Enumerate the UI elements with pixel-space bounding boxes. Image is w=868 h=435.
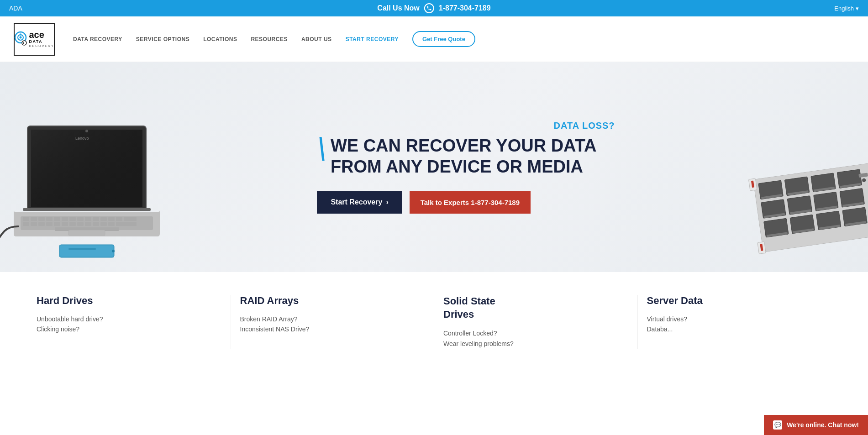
svg-rect-31	[69, 222, 76, 226]
hero-title: WE CAN RECOVER YOUR DATA FROM ANY DEVICE…	[331, 136, 597, 177]
nav-start-recovery[interactable]: START RECOVERY	[346, 36, 399, 42]
get-free-quote-button[interactable]: Get Free Quote	[412, 31, 475, 47]
call-label: Call Us Now	[377, 4, 419, 12]
ada-label: ADA	[9, 5, 22, 12]
svg-rect-15	[54, 217, 60, 221]
decorative-slash: \	[317, 133, 326, 165]
hard-drives-title: Hard Drives	[37, 295, 221, 307]
logo-text-area: ace DATA RECOVERY	[29, 30, 54, 48]
laptop-image: Lenovo	[0, 99, 174, 272]
phone-icon	[424, 3, 434, 13]
nav-service-options[interactable]: SERVICE OPTIONS	[136, 36, 189, 42]
logo-icon-area	[14, 31, 27, 47]
talk-to-experts-button[interactable]: Talk to Experts 1-877-304-7189	[410, 191, 531, 214]
solid-state-title: Solid State Drives	[443, 295, 512, 321]
svg-rect-35	[100, 222, 107, 226]
svg-rect-29	[54, 222, 60, 226]
svg-point-3	[22, 41, 26, 45]
svg-rect-28	[46, 222, 53, 226]
svg-rect-21	[100, 217, 107, 221]
svg-rect-43	[68, 248, 96, 250]
server-data-desc: Virtual drives? Databa...	[647, 314, 832, 335]
svg-rect-16	[62, 217, 68, 221]
language-selector[interactable]: English ▾	[834, 5, 859, 12]
arrow-icon: ›	[386, 198, 388, 206]
phone-number: 1-877-304-7189	[439, 4, 491, 12]
svg-rect-37	[116, 222, 137, 226]
svg-rect-17	[69, 217, 76, 221]
nav-data-recovery[interactable]: DATA RECOVERY	[73, 36, 122, 42]
svg-rect-27	[38, 222, 45, 226]
logo-ace-text: ace	[29, 30, 44, 39]
svg-rect-18	[77, 217, 84, 221]
logo-box: ace DATA RECOVERY	[14, 23, 55, 56]
services-section: Hard Drives Unbootable hard drive? Click…	[0, 272, 868, 362]
solid-state-desc: Controller Locked? Wear leveling problem…	[443, 328, 628, 349]
main-nav: DATA RECOVERY SERVICE OPTIONS LOCATIONS …	[73, 31, 854, 47]
hero-title-wrapper: \ WE CAN RECOVER YOUR DATA FROM ANY DEVI…	[317, 136, 596, 177]
hero-content: DATA LOSS? \ WE CAN RECOVER YOUR DATA FR…	[299, 102, 615, 232]
nav-resources[interactable]: RESOURCES	[251, 36, 288, 42]
raid-arrays-desc: Broken RAID Array? Inconsistent NAS Driv…	[240, 314, 425, 335]
svg-rect-22	[108, 217, 115, 221]
svg-rect-9	[23, 208, 151, 211]
svg-rect-11	[23, 217, 29, 221]
hero-section: Lenovo	[0, 62, 868, 272]
svg-rect-13	[38, 217, 45, 221]
svg-rect-8	[31, 130, 142, 207]
svg-rect-14	[46, 217, 53, 221]
svg-rect-26	[31, 222, 37, 226]
svg-rect-34	[93, 222, 99, 226]
logo[interactable]: ace DATA RECOVERY	[14, 23, 55, 56]
svg-rect-23	[116, 217, 122, 221]
top-bar: ADA Call Us Now 1-877-304-7189 English ▾	[0, 0, 868, 16]
hard-drives-desc: Unbootable hard drive? Clicking noise?	[37, 314, 221, 335]
raid-arrays-title: RAID Arrays	[240, 295, 425, 307]
svg-rect-19	[85, 217, 91, 221]
svg-rect-39	[68, 230, 105, 236]
service-server-data: Server Data Virtual drives? Databa...	[638, 295, 841, 349]
hero-subtitle: DATA LOSS?	[317, 121, 615, 131]
nav-locations[interactable]: LOCATIONS	[203, 36, 237, 42]
server-data-title: Server Data	[647, 295, 832, 307]
svg-point-42	[112, 250, 115, 252]
svg-rect-25	[23, 222, 29, 226]
call-center: Call Us Now 1-877-304-7189	[377, 3, 490, 13]
svg-rect-36	[108, 222, 115, 226]
service-hard-drives: Hard Drives Unbootable hard drive? Click…	[27, 295, 231, 349]
start-recovery-button[interactable]: Start Recovery ›	[317, 191, 402, 214]
chevron-down-icon: ▾	[856, 5, 859, 12]
svg-rect-20	[93, 217, 99, 221]
logo-recovery-text: RECOVERY	[29, 44, 54, 48]
svg-rect-24	[124, 217, 137, 221]
logo-data-text: DATA	[29, 39, 42, 44]
server-image	[713, 108, 868, 272]
service-solid-state: Solid State Drives Controller Locked? We…	[434, 295, 638, 349]
svg-rect-41	[60, 246, 113, 257]
svg-rect-30	[62, 222, 68, 226]
svg-rect-12	[31, 217, 37, 221]
header: ace DATA RECOVERY DATA RECOVERY SERVICE …	[0, 16, 868, 62]
nav-about-us[interactable]: ABOUT US	[301, 36, 332, 42]
service-raid-arrays: RAID Arrays Broken RAID Array? Inconsist…	[231, 295, 435, 349]
hero-buttons: Start Recovery › Talk to Experts 1-877-3…	[317, 191, 596, 214]
svg-rect-33	[85, 222, 91, 226]
svg-rect-32	[77, 222, 84, 226]
